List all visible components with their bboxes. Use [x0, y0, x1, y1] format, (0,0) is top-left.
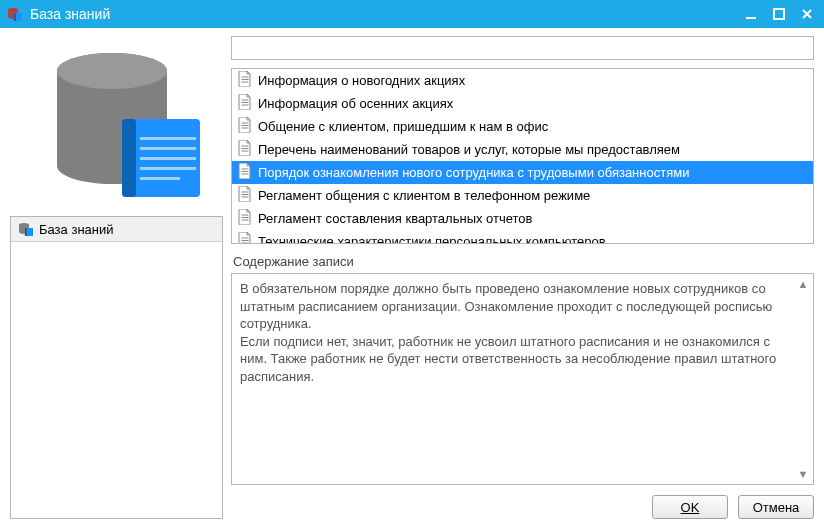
svg-rect-2 [14, 13, 16, 21]
list-item[interactable]: Информация об осенних акциях [232, 92, 813, 115]
footer-buttons: OK Отмена [231, 495, 814, 519]
list-item-label: Перечень наименований товаров и услуг, к… [258, 142, 680, 157]
ok-button-label: OK [681, 500, 700, 515]
document-icon [238, 140, 252, 159]
document-icon [238, 232, 252, 244]
category-tree[interactable]: База знаний [10, 216, 223, 519]
list-item-label: Информация об осенних акциях [258, 96, 453, 111]
svg-rect-12 [140, 167, 196, 170]
list-item[interactable]: Технические характеристики персональных … [232, 230, 813, 244]
svg-rect-16 [25, 228, 27, 236]
content-body: В обязательном порядке должно быть прове… [232, 274, 813, 484]
scroll-down-button[interactable]: ▼ [795, 466, 811, 482]
list-item[interactable]: Перечень наименований товаров и услуг, к… [232, 138, 813, 161]
list-item-label: Информация о новогодних акциях [258, 73, 465, 88]
minimize-button[interactable] [740, 4, 762, 24]
close-button[interactable] [796, 4, 818, 24]
list-item[interactable]: Регламент общения с клиентом в телефонно… [232, 184, 813, 207]
svg-rect-4 [774, 9, 784, 19]
svg-rect-10 [140, 147, 196, 150]
window-title: База знаний [30, 6, 734, 22]
search-input[interactable] [231, 36, 814, 60]
kb-illustration [10, 36, 223, 216]
list-item[interactable]: Информация о новогодних акциях [232, 69, 813, 92]
svg-rect-9 [140, 137, 196, 140]
list-item-label: Порядок ознакомления нового сотрудника с… [258, 165, 689, 180]
document-icon [238, 209, 252, 228]
document-icon [238, 71, 252, 90]
main-content: База знаний Информация о новогодних акци… [0, 28, 824, 527]
left-column: База знаний [10, 36, 223, 519]
list-item-label: Технические характеристики персональных … [258, 234, 606, 244]
content-panel: В обязательном порядке должно быть прове… [231, 273, 814, 485]
scroll-up-button[interactable]: ▲ [795, 276, 811, 292]
list-item[interactable]: Регламент составления квартальных отчето… [232, 207, 813, 230]
svg-rect-8 [122, 119, 136, 197]
list-item-label: Общение с клиентом, пришедшим к нам в оф… [258, 119, 548, 134]
document-icon [238, 186, 252, 205]
list-item-label: Регламент общения с клиентом в телефонно… [258, 188, 590, 203]
kb-icon [17, 221, 35, 237]
list-item[interactable]: Общение с клиентом, пришедшим к нам в оф… [232, 115, 813, 138]
svg-rect-11 [140, 157, 196, 160]
tree-item-root[interactable]: База знаний [11, 217, 222, 242]
document-icon [238, 163, 252, 182]
titlebar: База знаний [0, 0, 824, 28]
document-icon [238, 117, 252, 136]
list-item-label: Регламент составления квартальных отчето… [258, 211, 533, 226]
document-icon [238, 94, 252, 113]
svg-rect-3 [746, 17, 756, 19]
list-item[interactable]: Порядок ознакомления нового сотрудника с… [232, 161, 813, 184]
app-icon [6, 5, 24, 23]
tree-item-label: База знаний [39, 222, 114, 237]
svg-rect-13 [140, 177, 180, 180]
right-column: Информация о новогодних акцияхИнформация… [231, 36, 814, 519]
content-section-label: Содержание записи [233, 254, 814, 269]
maximize-button[interactable] [768, 4, 790, 24]
cancel-button[interactable]: Отмена [738, 495, 814, 519]
svg-point-6 [57, 53, 167, 89]
ok-button[interactable]: OK [652, 495, 728, 519]
article-list[interactable]: Информация о новогодних акцияхИнформация… [231, 68, 814, 244]
